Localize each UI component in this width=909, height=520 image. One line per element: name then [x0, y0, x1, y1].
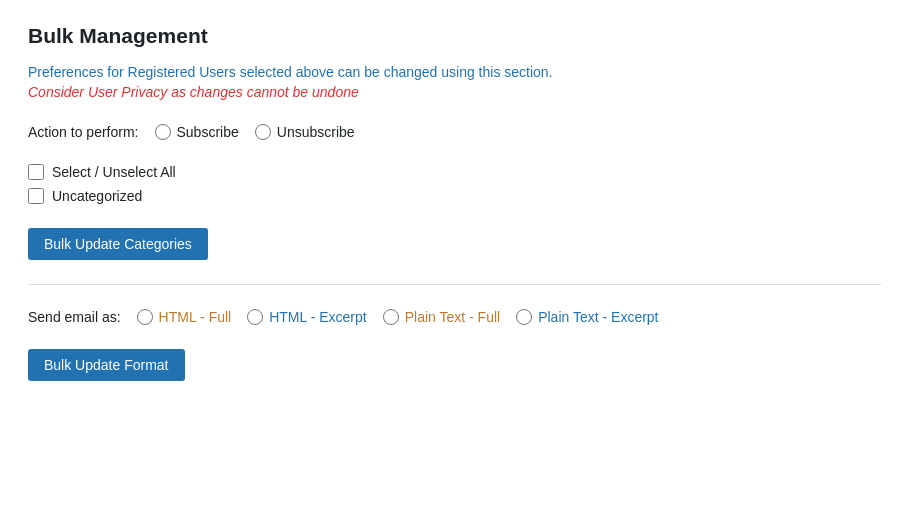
unsubscribe-label[interactable]: Unsubscribe — [277, 124, 355, 140]
send-email-row: Send email as: HTML - Full HTML - Excerp… — [28, 309, 881, 325]
bulk-update-categories-button[interactable]: Bulk Update Categories — [28, 228, 208, 260]
bulk-update-format-button[interactable]: Bulk Update Format — [28, 349, 185, 381]
send-email-label: Send email as: — [28, 309, 121, 325]
warning-text: Consider User Privacy as changes cannot … — [28, 84, 881, 100]
html-excerpt-label[interactable]: HTML - Excerpt — [269, 309, 367, 325]
action-to-perform-row: Action to perform: Subscribe Unsubscribe — [28, 124, 881, 140]
plain-excerpt-radio[interactable] — [516, 309, 532, 325]
html-full-label[interactable]: HTML - Full — [159, 309, 232, 325]
plain-excerpt-label[interactable]: Plain Text - Excerpt — [538, 309, 658, 325]
plain-excerpt-option[interactable]: Plain Text - Excerpt — [516, 309, 658, 325]
html-full-radio[interactable] — [137, 309, 153, 325]
plain-full-option[interactable]: Plain Text - Full — [383, 309, 500, 325]
unsubscribe-option[interactable]: Unsubscribe — [255, 124, 355, 140]
category-checkbox-list: Select / Unselect All Uncategorized — [28, 164, 881, 204]
divider — [28, 284, 881, 285]
subscribe-option[interactable]: Subscribe — [155, 124, 239, 140]
select-all-checkbox[interactable] — [28, 164, 44, 180]
info-text: Preferences for Registered Users selecte… — [28, 64, 881, 80]
uncategorized-label[interactable]: Uncategorized — [52, 188, 142, 204]
uncategorized-option[interactable]: Uncategorized — [28, 188, 881, 204]
select-unselect-all-option[interactable]: Select / Unselect All — [28, 164, 881, 180]
subscribe-radio[interactable] — [155, 124, 171, 140]
plain-full-radio[interactable] — [383, 309, 399, 325]
action-to-perform-label: Action to perform: — [28, 124, 139, 140]
html-excerpt-option[interactable]: HTML - Excerpt — [247, 309, 367, 325]
main-container: Bulk Management Preferences for Register… — [0, 0, 909, 520]
plain-full-label[interactable]: Plain Text - Full — [405, 309, 500, 325]
html-full-option[interactable]: HTML - Full — [137, 309, 232, 325]
html-excerpt-radio[interactable] — [247, 309, 263, 325]
uncategorized-checkbox[interactable] — [28, 188, 44, 204]
select-all-label[interactable]: Select / Unselect All — [52, 164, 176, 180]
page-title: Bulk Management — [28, 24, 881, 48]
subscribe-label[interactable]: Subscribe — [177, 124, 239, 140]
unsubscribe-radio[interactable] — [255, 124, 271, 140]
